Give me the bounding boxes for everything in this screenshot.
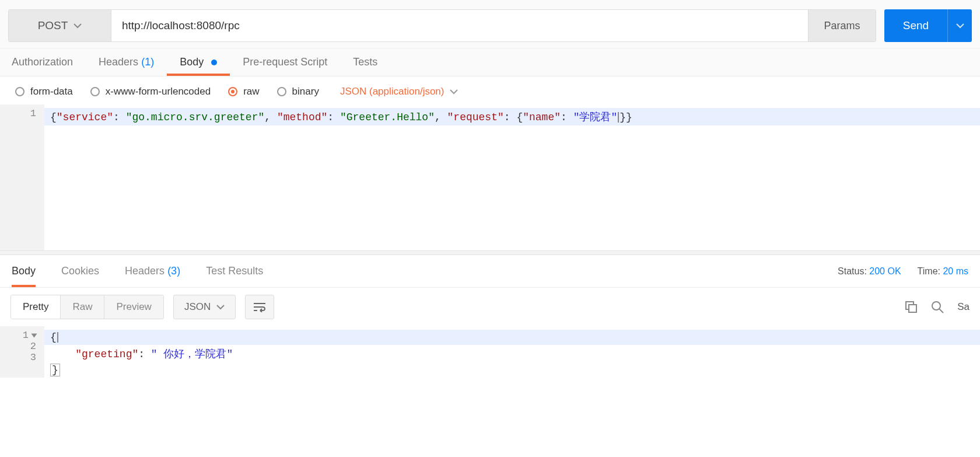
tab-authorization[interactable]: Authorization bbox=[12, 49, 73, 75]
time-value: 20 ms bbox=[943, 266, 968, 276]
response-tab-body[interactable]: Body bbox=[12, 256, 36, 287]
send-label: Send bbox=[903, 19, 929, 32]
content-type-select[interactable]: JSON (application/json) bbox=[340, 86, 459, 97]
copy-icon bbox=[905, 301, 918, 313]
radio-icon bbox=[90, 87, 100, 96]
response-tab-tests[interactable]: Test Results bbox=[206, 256, 263, 287]
body-type-urlencoded[interactable]: x-www-form-urlencoded bbox=[90, 86, 211, 97]
line-number: 3 bbox=[0, 352, 36, 363]
radio-icon bbox=[277, 87, 286, 96]
status-value: 200 OK bbox=[869, 266, 901, 276]
radio-icon bbox=[228, 87, 237, 96]
modified-dot-icon bbox=[211, 60, 217, 65]
pane-divider[interactable] bbox=[0, 250, 980, 255]
body-type-form-data[interactable]: form-data bbox=[15, 86, 73, 97]
search-icon bbox=[930, 300, 944, 314]
tab-prerequest[interactable]: Pre-request Script bbox=[243, 49, 327, 75]
line-number: 2 bbox=[0, 341, 36, 352]
line-number: 1 bbox=[0, 108, 36, 119]
body-type-binary[interactable]: binary bbox=[277, 86, 319, 97]
tab-tests[interactable]: Tests bbox=[353, 49, 377, 75]
radio-icon bbox=[15, 87, 24, 96]
tab-headers[interactable]: Headers (1) bbox=[99, 49, 154, 75]
chevron-down-icon bbox=[450, 89, 458, 95]
body-type-form-data-label: form-data bbox=[30, 86, 73, 97]
response-time: Time: 20 ms bbox=[918, 266, 968, 277]
http-method-label: POST bbox=[38, 19, 68, 32]
response-view-mode: Pretty Raw Preview bbox=[10, 295, 164, 319]
wrap-icon bbox=[253, 302, 266, 312]
body-type-binary-label: binary bbox=[292, 86, 319, 97]
save-response-label: Sa bbox=[957, 301, 970, 312]
editor-gutter: 1 bbox=[0, 104, 44, 250]
wrap-lines-button[interactable] bbox=[245, 295, 274, 319]
body-type-raw[interactable]: raw bbox=[228, 86, 259, 97]
tab-authorization-label: Authorization bbox=[12, 56, 73, 68]
url-value: http://localhost:8080/rpc bbox=[122, 19, 240, 32]
code-line[interactable]: { bbox=[44, 330, 980, 345]
svg-point-2 bbox=[932, 302, 940, 310]
search-button[interactable] bbox=[930, 300, 944, 314]
response-tab-headers-label: Headers bbox=[125, 265, 164, 277]
response-tab-headers[interactable]: Headers (3) bbox=[125, 256, 180, 287]
body-type-urlencoded-label: x-www-form-urlencoded bbox=[106, 86, 211, 97]
time-label: Time: bbox=[918, 266, 940, 276]
tab-body-label: Body bbox=[180, 56, 204, 68]
tab-prerequest-label: Pre-request Script bbox=[243, 56, 327, 68]
response-format-label: JSON bbox=[184, 301, 211, 313]
chevron-down-icon bbox=[74, 23, 82, 29]
send-button[interactable]: Send bbox=[884, 9, 947, 42]
line-number: 1 bbox=[23, 330, 29, 341]
tab-headers-count: (1) bbox=[141, 56, 154, 68]
view-preview[interactable]: Preview bbox=[104, 295, 163, 319]
code-line[interactable]: {"service": "go.micro.srv.greeter", "met… bbox=[44, 108, 980, 125]
response-tab-headers-count: (3) bbox=[167, 265, 180, 277]
copy-button[interactable] bbox=[905, 301, 918, 313]
code-line[interactable]: "greeting": " 你好，学院君" bbox=[44, 345, 980, 362]
response-body-editor[interactable]: 1 2 3 { "greeting": " 你好，学院君" } bbox=[0, 326, 980, 378]
response-tab-body-label: Body bbox=[12, 265, 36, 277]
tab-body[interactable]: Body bbox=[180, 49, 217, 75]
svg-line-3 bbox=[939, 309, 943, 313]
text-cursor bbox=[57, 332, 58, 343]
status-label: Status: bbox=[838, 266, 867, 276]
text-cursor bbox=[618, 112, 619, 123]
response-tab-tests-label: Test Results bbox=[206, 265, 263, 277]
http-method-select[interactable]: POST bbox=[9, 10, 111, 41]
fold-icon[interactable] bbox=[32, 333, 37, 337]
editor-gutter: 1 2 3 bbox=[0, 326, 44, 378]
url-input[interactable]: http://localhost:8080/rpc bbox=[111, 10, 808, 41]
response-status: Status: 200 OK bbox=[838, 266, 901, 277]
response-tab-cookies-label: Cookies bbox=[61, 265, 99, 277]
tab-headers-label: Headers bbox=[99, 56, 138, 68]
body-type-raw-label: raw bbox=[243, 86, 259, 97]
response-tab-cookies[interactable]: Cookies bbox=[61, 256, 99, 287]
tab-tests-label: Tests bbox=[353, 56, 377, 68]
save-response-button[interactable]: Sa bbox=[957, 301, 970, 313]
view-raw[interactable]: Raw bbox=[61, 295, 104, 319]
response-format-select[interactable]: JSON bbox=[173, 295, 236, 319]
svg-rect-1 bbox=[909, 305, 916, 312]
view-pretty[interactable]: Pretty bbox=[11, 295, 61, 319]
content-type-label: JSON (application/json) bbox=[340, 86, 444, 97]
chevron-down-icon bbox=[216, 305, 225, 310]
send-dropdown-button[interactable] bbox=[947, 9, 972, 42]
params-label: Params bbox=[824, 20, 860, 32]
params-button[interactable]: Params bbox=[808, 10, 876, 41]
request-body-editor[interactable]: 1 {"service": "go.micro.srv.greeter", "m… bbox=[0, 104, 980, 250]
code-line[interactable]: } bbox=[44, 362, 980, 378]
